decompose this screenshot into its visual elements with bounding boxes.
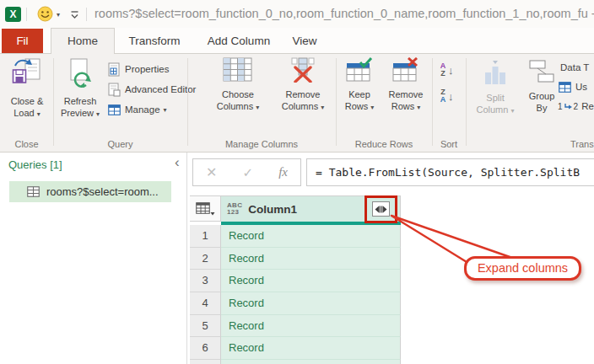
column-header-label: Column1 bbox=[248, 203, 297, 216]
row-number[interactable]: 6 bbox=[190, 337, 221, 360]
pane-divider[interactable] bbox=[186, 153, 187, 364]
manage-button[interactable]: Manage ▾ bbox=[108, 100, 167, 119]
group-separator bbox=[432, 58, 433, 146]
record-cell[interactable]: Record bbox=[221, 270, 401, 292]
group-label-query: Query bbox=[53, 139, 187, 149]
query-table-icon bbox=[27, 186, 40, 197]
keep-rows-label: Keep Rows bbox=[345, 89, 370, 111]
group-label-reduce-rows: Reduce Rows bbox=[336, 139, 432, 149]
row-number[interactable]: 1 bbox=[190, 225, 221, 248]
arrow-down-icon: ↓ bbox=[448, 90, 454, 103]
manage-icon bbox=[108, 104, 121, 115]
group-separator bbox=[53, 58, 54, 146]
tab-home[interactable]: Home bbox=[51, 28, 115, 54]
window-title: rooms?$select=room_function_0_no,room_fu… bbox=[94, 0, 594, 28]
replace-values-button[interactable]: 1 2 Re bbox=[558, 97, 594, 115]
replace-arrow-icon bbox=[564, 103, 573, 112]
dropdown-arrow-icon: ▾ bbox=[417, 104, 420, 111]
record-cell[interactable]: Record bbox=[221, 360, 401, 364]
properties-label: Properties bbox=[125, 64, 169, 74]
power-query-editor-window: X ▾ rooms?$select=room_function_0_no,roo… bbox=[0, 0, 594, 364]
advanced-editor-label: Advanced Editor bbox=[125, 84, 196, 94]
queries-pane-header: Queries [1] bbox=[8, 158, 62, 171]
smiley-dropdown-icon[interactable]: ▾ bbox=[57, 11, 60, 19]
replace-values-label: Re bbox=[581, 101, 594, 111]
record-cell[interactable]: Record bbox=[221, 337, 401, 360]
split-column-label: Split Column bbox=[477, 93, 509, 115]
query-list-item-selected[interactable]: rooms?$select=room... bbox=[9, 181, 171, 202]
data-type-label: Data T bbox=[560, 62, 589, 72]
close-and-load-button[interactable]: Close & Load ▾ bbox=[3, 57, 51, 120]
remove-columns-button[interactable]: Remove Columns ▾ bbox=[272, 57, 334, 113]
group-by-button[interactable]: Group By bbox=[523, 57, 560, 115]
record-cell[interactable]: Record bbox=[221, 292, 401, 315]
dropdown-arrow-icon: ▾ bbox=[510, 107, 514, 115]
formula-input[interactable]: = Table.FromList(Source, Splitter.SplitB bbox=[306, 158, 594, 186]
fx-icon[interactable]: fx bbox=[278, 165, 288, 179]
group-separator bbox=[336, 58, 337, 146]
group-label-sort: Sort bbox=[432, 139, 466, 149]
table-row: 5Record bbox=[190, 315, 402, 338]
collapse-pane-icon[interactable]: ‹ bbox=[175, 155, 180, 169]
column-type-icon[interactable]: ABC123 bbox=[227, 202, 242, 217]
group-label-manage-columns: Manage Columns bbox=[187, 139, 336, 149]
record-cell[interactable]: Record bbox=[221, 248, 401, 270]
sort-descending-button[interactable]: Z A ↓ bbox=[439, 85, 454, 107]
remove-rows-icon bbox=[392, 57, 419, 86]
ribbon-options-icon[interactable] bbox=[69, 8, 80, 24]
remove-columns-icon bbox=[289, 57, 316, 86]
remove-rows-button[interactable]: Remove Rows ▾ bbox=[382, 57, 429, 113]
smiley-icon bbox=[37, 6, 53, 22]
cancel-icon[interactable]: ✕ bbox=[206, 164, 217, 180]
group-label-transform: Trans bbox=[557, 139, 594, 149]
advanced-editor-button[interactable]: Advanced Editor bbox=[108, 80, 196, 99]
refresh-preview-label: Refresh Preview bbox=[61, 96, 96, 118]
record-cell[interactable]: Record bbox=[221, 225, 401, 248]
refresh-preview-button[interactable]: Refresh Preview ▾ bbox=[56, 57, 105, 120]
table-corner-icon bbox=[196, 202, 215, 216]
choose-columns-button[interactable]: Choose Columns ▾ bbox=[205, 57, 271, 113]
table-row: 2Record bbox=[190, 248, 402, 270]
row-number[interactable]: 2 bbox=[190, 248, 221, 270]
keep-rows-button[interactable]: Keep Rows ▾ bbox=[338, 57, 381, 113]
dropdown-arrow-icon: ▾ bbox=[96, 110, 100, 118]
manage-label: Manage bbox=[125, 104, 160, 115]
table-row: 6Record bbox=[190, 337, 402, 360]
split-column-button[interactable]: Split Column ▾ bbox=[469, 57, 521, 116]
table-row: 1Record bbox=[190, 225, 402, 248]
record-cell[interactable]: Record bbox=[221, 315, 401, 338]
tab-transform[interactable]: Transform bbox=[125, 29, 184, 53]
arrow-down-icon: ↓ bbox=[448, 64, 454, 77]
sort-az-icon: A Z bbox=[439, 62, 447, 78]
sort-ascending-button[interactable]: A Z ↓ bbox=[439, 59, 454, 81]
row-number[interactable]: 5 bbox=[190, 315, 221, 338]
sort-za-icon: Z A bbox=[439, 88, 447, 104]
formula-bar-buttons: ✕ ✓ fx bbox=[192, 158, 301, 186]
row-number[interactable]: 3 bbox=[190, 270, 221, 292]
select-all-corner-button[interactable] bbox=[190, 195, 221, 222]
check-icon[interactable]: ✓ bbox=[243, 165, 254, 180]
tab-view[interactable]: View bbox=[287, 29, 322, 53]
refresh-preview-icon bbox=[68, 57, 93, 93]
use-first-row-button[interactable]: Us bbox=[559, 78, 587, 96]
close-load-icon bbox=[12, 57, 42, 93]
use-first-row-icon bbox=[559, 82, 571, 93]
tab-add-column[interactable]: Add Column bbox=[202, 29, 275, 53]
group-by-icon bbox=[528, 57, 555, 88]
grid-rows: 1Record2Record3Record4Record5Record6Reco… bbox=[190, 225, 402, 364]
group-separator bbox=[466, 58, 467, 146]
feedback-smiley-button[interactable] bbox=[37, 6, 53, 25]
group-label-close: Close bbox=[0, 139, 53, 149]
data-type-button[interactable]: Data T bbox=[560, 58, 589, 77]
properties-button[interactable]: Properties bbox=[108, 60, 169, 78]
divider bbox=[26, 8, 27, 21]
group-by-label: Group By bbox=[529, 91, 555, 113]
query-name: rooms?$select=room... bbox=[46, 185, 159, 198]
choose-columns-label: Choose Columns bbox=[217, 89, 254, 111]
row-number[interactable]: 4 bbox=[190, 292, 221, 315]
split-column-icon bbox=[481, 57, 510, 89]
row-number[interactable]: 7 bbox=[190, 360, 221, 364]
callout-expand-columns: Expand columns bbox=[464, 256, 581, 281]
highlight-rectangle bbox=[364, 195, 397, 223]
tab-file[interactable]: Fil bbox=[2, 29, 43, 53]
